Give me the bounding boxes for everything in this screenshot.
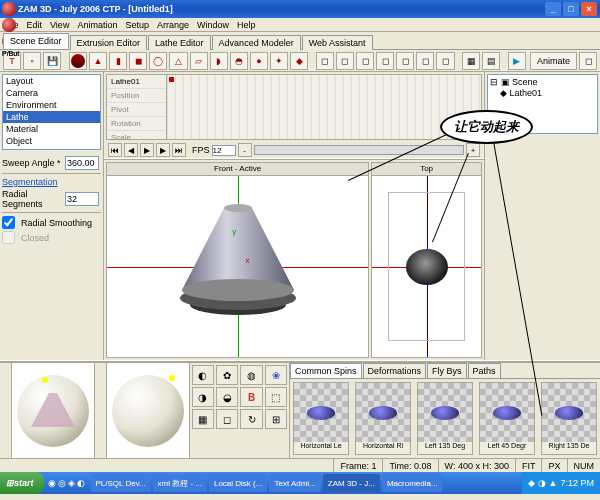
light-marker[interactable] [169, 375, 175, 381]
tray-icon[interactable]: ◆ [528, 478, 535, 488]
ql-icon[interactable]: ◈ [68, 478, 75, 488]
light-marker[interactable] [42, 377, 48, 383]
track-label[interactable]: Rotation [107, 117, 166, 131]
spin-preset[interactable]: Left 45 Degr [479, 382, 535, 455]
taskbar-app[interactable]: PL/SQL Dev... [91, 474, 151, 492]
tray-icon[interactable]: ▲ [549, 478, 558, 488]
menu-view[interactable]: View [50, 20, 69, 30]
ql-icon[interactable]: ◎ [58, 478, 66, 488]
menu-setup[interactable]: Setup [125, 20, 149, 30]
primitive-sphere[interactable] [69, 52, 87, 70]
radial-smoothing-checkbox[interactable] [2, 216, 15, 229]
spintab-common[interactable]: Common Spins [290, 363, 362, 378]
sweep-angle-input[interactable] [65, 156, 99, 170]
segmentation-header[interactable]: Segmentation [2, 177, 101, 187]
spintab-flybys[interactable]: Fly Bys [427, 363, 467, 378]
mtool[interactable]: ◍ [240, 365, 262, 385]
lathe-object-front[interactable] [168, 190, 308, 330]
taskbar-app[interactable]: Text Admi... [269, 474, 320, 492]
taskbar-app[interactable]: Macromedia... [382, 474, 442, 492]
animate-button[interactable]: Animate [530, 52, 577, 70]
tool-save[interactable]: 💾 [43, 52, 61, 70]
tray-icon[interactable]: ◑ [538, 478, 546, 488]
primitive-tube[interactable]: ◗ [210, 52, 228, 70]
tl-scrollbar[interactable] [254, 145, 464, 155]
tool-extra-7[interactable]: ◻ [436, 52, 454, 70]
radial-segments-input[interactable] [65, 192, 99, 206]
tab-extrusion-editor[interactable]: Extrusion Editor [70, 35, 148, 50]
tool-new[interactable]: ▫ [23, 52, 41, 70]
list-item[interactable]: Environment [3, 99, 100, 111]
light-5[interactable] [2, 18, 16, 32]
taskbar-app[interactable]: Local Disk (... [209, 474, 267, 492]
spin-preset[interactable]: Horizontal Le [293, 382, 349, 455]
mtool[interactable]: ↻ [240, 409, 262, 429]
list-item-selected[interactable]: Lathe [3, 111, 100, 123]
primitive-torus[interactable]: ◯ [149, 52, 167, 70]
spin-preset[interactable]: Horizontal Ri [355, 382, 411, 455]
primitive-pyramid[interactable]: △ [169, 52, 187, 70]
maximize-button[interactable]: □ [563, 2, 579, 16]
primitive-cone[interactable]: ▲ [89, 52, 107, 70]
primitive-cube[interactable]: ◼ [129, 52, 147, 70]
system-tray[interactable]: ◆ ◑ ▲ 7:12 PM [522, 472, 600, 494]
viewport-top[interactable]: Top [371, 162, 482, 358]
light-4[interactable] [2, 2, 16, 16]
taskbar-app[interactable]: xml 教程 - ... [153, 474, 207, 492]
menu-window[interactable]: Window [197, 20, 229, 30]
splitter-horizontal[interactable] [104, 158, 484, 160]
mtool[interactable]: ✿ [216, 365, 238, 385]
tool-last[interactable]: ◻ [579, 52, 597, 70]
tool-extra-2[interactable]: ◻ [336, 52, 354, 70]
spin-preset[interactable]: Right 135 De [541, 382, 597, 455]
list-item[interactable]: Object [3, 135, 100, 147]
tool-extra-3[interactable]: ◻ [356, 52, 374, 70]
tool-play[interactable]: ▶ [508, 52, 526, 70]
tray-clock[interactable]: 7:12 PM [560, 478, 594, 488]
ql-icon[interactable]: ◉ [48, 478, 56, 488]
tool-extra-4[interactable]: ◻ [376, 52, 394, 70]
tl-next[interactable]: ▶ [156, 143, 170, 157]
track-label[interactable]: Position [107, 89, 166, 103]
close-button[interactable]: × [581, 2, 597, 16]
preview-sphere-1[interactable] [12, 363, 95, 458]
list-item[interactable]: Layout [3, 75, 100, 87]
tree-child[interactable]: ◆ Lathe01 [490, 87, 595, 99]
tl-zoom-out[interactable]: - [238, 143, 252, 157]
primitive-star[interactable]: ✦ [270, 52, 288, 70]
menu-animation[interactable]: Animation [77, 20, 117, 30]
list-item[interactable]: Material [3, 123, 100, 135]
mtool[interactable]: ⊞ [265, 409, 287, 429]
primitive-prism[interactable]: ◆ [290, 52, 308, 70]
primitive-hemisphere[interactable]: ◓ [230, 52, 248, 70]
preview-sphere-2[interactable] [107, 363, 190, 458]
list-item[interactable]: Position [3, 147, 100, 150]
mtool[interactable]: ◻ [216, 409, 238, 429]
keyframe[interactable] [169, 77, 174, 82]
spintab-deform[interactable]: Deformations [363, 363, 427, 378]
fps-input[interactable] [212, 145, 236, 156]
timeline-object[interactable]: Lathe01 [107, 75, 166, 89]
tool-layout-1[interactable]: ▦ [462, 52, 480, 70]
tab-lathe-editor[interactable]: Lathe Editor [148, 35, 211, 50]
primitive-cylinder[interactable]: ▮ [109, 52, 127, 70]
mtool[interactable]: ▦ [192, 409, 214, 429]
taskbar-app[interactable]: ZAM 3D - J... [323, 474, 380, 492]
mtool[interactable]: ❀ [265, 365, 287, 385]
start-button[interactable]: ⊞ start [0, 472, 44, 494]
mtool[interactable]: ◒ [216, 387, 238, 407]
primitive-plane[interactable]: ▱ [190, 52, 208, 70]
status-px[interactable]: PX [541, 459, 566, 472]
tool-extra-6[interactable]: ◻ [416, 52, 434, 70]
track-label[interactable]: Pivot [107, 103, 166, 117]
lathe-object-top[interactable] [406, 249, 448, 285]
spintab-paths[interactable]: Paths [468, 363, 501, 378]
tl-first[interactable]: ⏮ [108, 143, 122, 157]
tool-layout-2[interactable]: ▤ [482, 52, 500, 70]
mtool[interactable]: ◐ [192, 365, 214, 385]
menu-arrange[interactable]: Arrange [157, 20, 189, 30]
mtool[interactable]: B [240, 387, 262, 407]
tl-prev[interactable]: ◀ [124, 143, 138, 157]
tool-extra-5[interactable]: ◻ [396, 52, 414, 70]
property-category-list[interactable]: Layout Camera Environment Lathe Material… [2, 74, 101, 150]
